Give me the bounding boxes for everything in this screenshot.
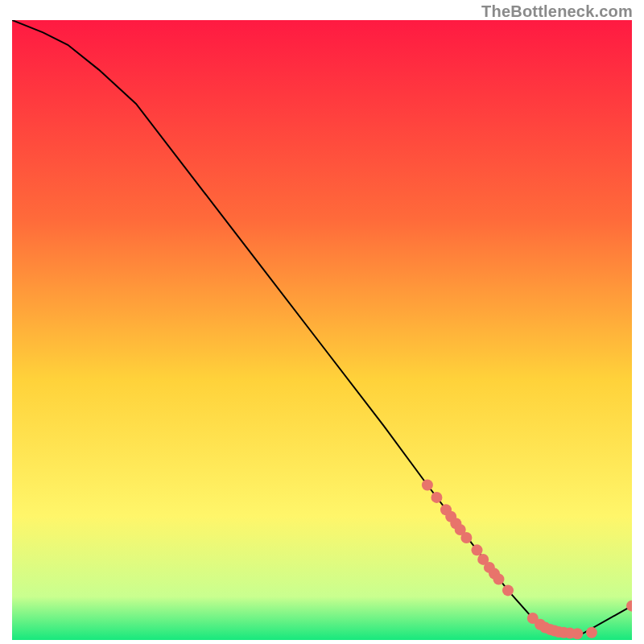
data-marker — [431, 492, 442, 503]
data-marker — [422, 480, 433, 491]
plot-svg — [12, 20, 632, 640]
chart-container: TheBottleneck.com — [0, 0, 644, 644]
gradient-background — [12, 20, 632, 640]
data-marker — [502, 584, 514, 596]
data-marker — [472, 544, 483, 555]
data-marker — [460, 532, 472, 543]
data-marker — [586, 627, 597, 638]
data-marker — [493, 574, 504, 585]
watermark-text: TheBottleneck.com — [481, 2, 633, 21]
plot-area — [12, 20, 632, 640]
data-marker — [572, 628, 583, 639]
